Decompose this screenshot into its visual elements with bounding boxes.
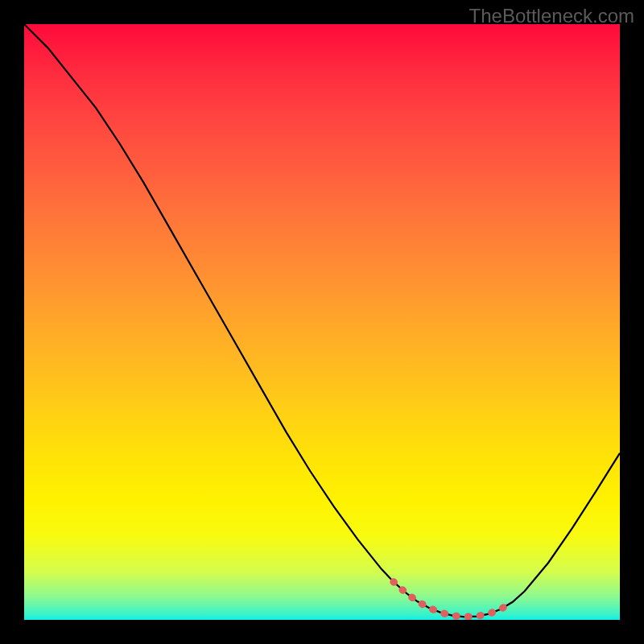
chart-plot-area bbox=[24, 24, 620, 620]
sweet-spot-marker bbox=[394, 582, 513, 617]
watermark-text: TheBottleneck.com bbox=[469, 5, 634, 27]
bottleneck-curve bbox=[24, 24, 620, 617]
chart-svg bbox=[24, 24, 620, 620]
